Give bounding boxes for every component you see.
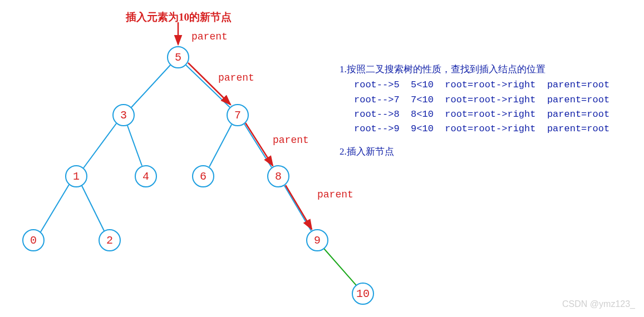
tree-node-3: 3: [112, 104, 135, 126]
svg-line-3: [127, 126, 142, 166]
tree-node-8: 8: [267, 165, 289, 187]
explanation-block: 1.按照二叉搜索树的性质，查找到插入结点的位置 root-->5 5<10 ro…: [340, 62, 609, 160]
svg-line-11: [188, 63, 230, 105]
explain-col: 8<10: [411, 109, 434, 120]
svg-line-5: [244, 124, 272, 167]
tree-node-4: 4: [135, 165, 157, 187]
tree-node-9: 9: [306, 229, 328, 251]
tree-node-2: 2: [99, 229, 121, 251]
tree-node-7: 7: [227, 104, 249, 126]
explain-col: 9<10: [411, 123, 434, 134]
explain-col: parent=root: [547, 80, 609, 90]
explain-col: root-->9: [354, 123, 400, 134]
explain-row-2: root-->8 8<10 root=root->right parent=ro…: [340, 107, 609, 122]
explain-col: root=root->right: [445, 80, 535, 90]
explain-col: root-->7: [354, 95, 400, 105]
diagram-stage: 5 3 7 1 4 6 8 0 2 9 10 插入元素为10的新节点 paren…: [0, 0, 644, 317]
svg-line-9: [324, 249, 356, 285]
watermark-text: CSDN @ymz123_: [562, 299, 635, 309]
svg-line-1: [186, 65, 230, 107]
parent-label-1: parent: [191, 31, 228, 42]
explain-col: parent=root: [547, 109, 609, 120]
explain-step2: 2.插入新节点: [340, 145, 609, 159]
svg-line-4: [209, 125, 232, 167]
parent-label-4: parent: [317, 189, 353, 200]
explain-row-0: root-->5 5<10 root=root->right parent=ro…: [340, 78, 609, 92]
explain-col: 7<10: [411, 95, 434, 105]
svg-line-13: [286, 185, 312, 229]
tree-node-5: 5: [167, 46, 189, 68]
tree-node-1: 1: [65, 165, 87, 187]
svg-line-6: [41, 185, 69, 232]
svg-line-12: [245, 123, 273, 166]
explain-col: parent=root: [547, 95, 609, 105]
diagram-title: 插入元素为10的新节点: [126, 10, 232, 24]
parent-label-3: parent: [273, 135, 309, 146]
explain-col: root-->8: [354, 109, 400, 120]
explain-col: root=root->right: [445, 109, 535, 120]
tree-node-6: 6: [192, 165, 214, 187]
svg-line-2: [83, 123, 116, 168]
svg-line-7: [82, 186, 104, 231]
explain-row-3: root-->9 9<10 root=root->right parent=ro…: [340, 122, 609, 136]
explain-step1: 1.按照二叉搜索树的性质，查找到插入结点的位置: [340, 62, 609, 77]
explain-col: parent=root: [547, 123, 609, 134]
explain-col: root=root->right: [445, 123, 535, 134]
svg-line-0: [131, 65, 170, 107]
tree-node-0: 0: [22, 229, 45, 251]
tree-node-10: 10: [352, 283, 374, 305]
explain-col: 5<10: [411, 80, 434, 90]
explain-col: root-->5: [354, 80, 400, 90]
svg-line-8: [284, 186, 311, 231]
explain-col: root=root->right: [445, 95, 535, 105]
parent-label-2: parent: [218, 72, 254, 83]
explain-row-1: root-->7 7<10 root=root->right parent=ro…: [340, 93, 609, 107]
